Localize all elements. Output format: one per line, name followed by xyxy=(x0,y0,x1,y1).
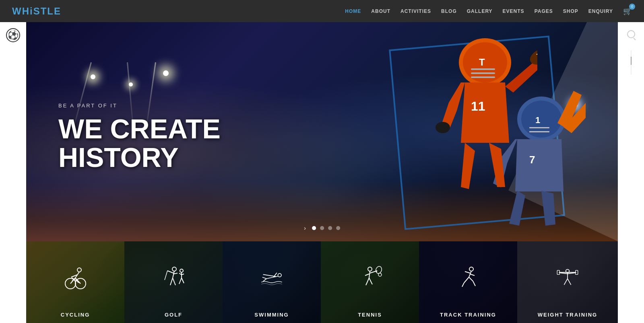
svg-point-36 xyxy=(180,269,183,272)
svg-line-47 xyxy=(263,278,267,281)
swimming-icon xyxy=(260,266,284,294)
player-orange: T 11 xyxy=(409,30,537,225)
nav-activities[interactable]: ACTIVITIES xyxy=(400,8,431,14)
search-icon[interactable] xyxy=(627,30,635,38)
svg-line-73 xyxy=(568,278,571,284)
slider-dot-3[interactable] xyxy=(328,226,332,230)
svg-point-19 xyxy=(77,268,81,272)
cycling-icon xyxy=(63,266,87,294)
tennis-label: TENNIS xyxy=(358,312,382,318)
svg-line-41 xyxy=(182,278,184,283)
svg-point-29 xyxy=(172,267,176,271)
slider-controls: › xyxy=(304,225,340,231)
weight-content: WEIGHT TRAINING xyxy=(517,241,618,323)
hero-background: T 11 xyxy=(26,22,618,241)
activity-golf[interactable]: GOLF xyxy=(124,241,223,323)
svg-rect-4 xyxy=(471,72,495,74)
hero-section: T 11 xyxy=(26,22,618,241)
svg-line-72 xyxy=(564,278,568,284)
track-icon xyxy=(456,266,480,294)
svg-line-63 xyxy=(473,281,475,286)
left-sidebar: ⚽ xyxy=(0,22,26,323)
svg-line-61 xyxy=(464,277,469,283)
nav-events[interactable]: EVENTS xyxy=(503,8,524,14)
hero-text-block: BE A PART OF IT WE CREATE HISTORY xyxy=(58,103,221,172)
player-orange-svg: T 11 xyxy=(409,30,537,223)
golf-content: GOLF xyxy=(124,241,223,323)
header: WHiSTLE HOME ABOUT ACTIVITIES BLOG GALLE… xyxy=(0,0,644,22)
slider-dot-4[interactable] xyxy=(336,226,340,230)
page-wrapper: ⚽ xyxy=(0,22,644,323)
svg-line-59 xyxy=(465,272,470,273)
track-label: TRACK TRAINING xyxy=(440,312,496,318)
cycling-label: CYCLING xyxy=(61,312,90,318)
svg-line-34 xyxy=(170,278,173,285)
svg-point-51 xyxy=(375,266,382,274)
svg-line-64 xyxy=(462,283,464,287)
stadium-light-1 xyxy=(91,74,95,79)
weight-icon xyxy=(555,266,580,294)
svg-text:11: 11 xyxy=(471,99,485,113)
svg-line-53 xyxy=(365,274,369,276)
main-content: T 11 xyxy=(26,22,618,323)
svg-line-49 xyxy=(369,271,370,278)
soccer-ball-icon[interactable]: ⚽ xyxy=(6,28,20,42)
activities-section: CYCLING xyxy=(26,241,618,323)
cycling-content: CYCLING xyxy=(26,241,124,323)
svg-line-31 xyxy=(167,271,173,273)
nav-shop[interactable]: SHOP xyxy=(563,8,578,14)
weight-label: WEIGHT TRAINING xyxy=(538,312,597,318)
svg-rect-3 xyxy=(471,68,495,70)
main-nav: HOME ABOUT ACTIVITIES BLOG GALLERY EVENT… xyxy=(345,7,632,16)
svg-point-12 xyxy=(436,122,450,133)
golf-label: GOLF xyxy=(165,312,182,318)
svg-line-32 xyxy=(165,271,167,280)
svg-line-46 xyxy=(262,277,266,278)
nav-about[interactable]: ABOUT xyxy=(371,8,390,14)
svg-line-43 xyxy=(266,276,278,278)
svg-line-62 xyxy=(469,277,473,281)
activity-track[interactable]: TRACK TRAINING xyxy=(419,241,517,323)
golf-icon xyxy=(161,266,186,294)
svg-point-56 xyxy=(378,273,382,276)
svg-line-30 xyxy=(173,271,174,278)
svg-point-42 xyxy=(278,273,281,277)
swimming-label: SWIMMING xyxy=(254,312,289,318)
right-sidebar xyxy=(618,22,644,323)
tennis-content: TENNIS xyxy=(321,241,419,323)
svg-text:T: T xyxy=(479,57,485,68)
scroll-indicators xyxy=(631,50,632,65)
svg-line-67 xyxy=(559,273,568,274)
activity-cycling[interactable]: CYCLING xyxy=(26,241,124,323)
stadium-light-3 xyxy=(163,70,169,76)
svg-point-57 xyxy=(469,267,473,271)
activity-tennis[interactable]: TENNIS xyxy=(321,241,419,323)
nav-blog[interactable]: BLOG xyxy=(441,8,457,14)
svg-line-60 xyxy=(470,274,475,276)
activity-swimming[interactable]: SWIMMING xyxy=(223,241,321,323)
nav-gallery[interactable]: GALLERY xyxy=(467,8,493,14)
slider-dot-2[interactable] xyxy=(320,226,324,230)
slider-dot-1[interactable] xyxy=(312,226,316,230)
svg-line-40 xyxy=(179,278,182,284)
logo[interactable]: WHiSTLE xyxy=(12,6,61,17)
nav-home[interactable]: HOME xyxy=(345,8,361,14)
activity-weight[interactable]: WEIGHT TRAINING xyxy=(517,241,618,323)
svg-line-54 xyxy=(366,278,369,285)
svg-line-55 xyxy=(369,278,372,284)
scroll-thumb xyxy=(631,57,632,65)
nav-pages[interactable]: PAGES xyxy=(535,8,553,14)
nav-enquiry[interactable]: ENQUIRY xyxy=(588,8,613,14)
track-content: TRACK TRAINING xyxy=(419,241,517,323)
logo-text: WHiSTLE xyxy=(12,6,61,16)
cart-button[interactable]: 🛒 0 xyxy=(623,7,632,16)
stadium-light-2 xyxy=(129,82,133,86)
slider-arrow-right[interactable]: › xyxy=(304,225,306,231)
hero-title: WE CREATE HISTORY xyxy=(58,115,221,172)
tennis-icon xyxy=(358,266,382,294)
svg-line-35 xyxy=(173,278,175,285)
swimming-content: SWIMMING xyxy=(223,241,321,323)
hero-subtitle: BE A PART OF IT xyxy=(58,103,221,109)
cart-badge: 0 xyxy=(629,4,635,10)
svg-point-48 xyxy=(368,267,372,271)
